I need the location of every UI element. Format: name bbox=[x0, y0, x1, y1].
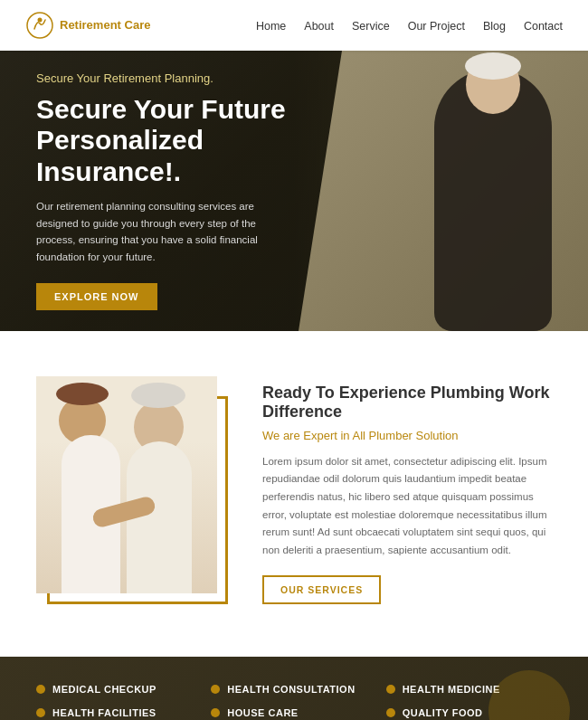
service-label: HEALTH MEDICINE bbox=[403, 684, 500, 695]
services-section: MEDICAL CHECKUP HEALTH CONSULTATION HEAL… bbox=[0, 657, 588, 720]
couple-figure bbox=[36, 376, 217, 593]
list-item[interactable]: HEALTH MEDICINE bbox=[386, 684, 552, 695]
svg-point-0 bbox=[27, 13, 52, 38]
navbar: Retirement Care Home About Service Our P… bbox=[0, 0, 588, 51]
hero-section: Secure Your Retirement Planning. Secure … bbox=[0, 51, 588, 331]
hero-subtitle: Secure Your Retirement Planning. bbox=[36, 71, 326, 85]
nav-contact[interactable]: Contact bbox=[524, 20, 563, 33]
service-icon bbox=[211, 685, 220, 694]
service-icon bbox=[211, 708, 220, 717]
service-icon bbox=[386, 685, 395, 694]
logo-text: Retirement Care bbox=[60, 18, 150, 33]
hero-content: Secure Your Retirement Planning. Secure … bbox=[0, 71, 362, 310]
service-icon bbox=[36, 685, 45, 694]
logo[interactable]: Retirement Care bbox=[25, 11, 150, 40]
about-photo bbox=[36, 376, 217, 593]
list-item[interactable]: QUALITY FOOD bbox=[386, 707, 552, 718]
svg-point-1 bbox=[38, 18, 43, 23]
about-image-wrap bbox=[36, 376, 235, 611]
list-item[interactable]: HEALTH CONSULTATION bbox=[211, 684, 376, 695]
service-label: HEALTH FACILITIES bbox=[52, 707, 156, 718]
service-label: HEALTH CONSULTATION bbox=[227, 684, 355, 695]
service-icon bbox=[36, 708, 45, 717]
nav-links: Home About Service Our Project Blog Cont… bbox=[256, 17, 563, 33]
services-button[interactable]: OUR SERVICES bbox=[262, 575, 381, 604]
list-item[interactable]: HOUSE CARE bbox=[211, 707, 376, 718]
about-text: Ready To Experience Plumbing Work Differ… bbox=[262, 384, 552, 604]
explore-button[interactable]: EXPLORE NOW bbox=[36, 283, 157, 310]
about-section: Ready To Experience Plumbing Work Differ… bbox=[0, 331, 588, 657]
nav-about[interactable]: About bbox=[304, 20, 334, 33]
service-label: HOUSE CARE bbox=[227, 707, 298, 718]
list-item[interactable]: MEDICAL CHECKUP bbox=[36, 684, 202, 695]
nav-home[interactable]: Home bbox=[256, 20, 286, 33]
service-icon bbox=[386, 708, 395, 717]
nav-service[interactable]: Service bbox=[352, 20, 390, 33]
hero-title: Secure Your Future Personalized Insuranc… bbox=[36, 94, 326, 188]
list-item[interactable]: HEALTH FACILITIES bbox=[36, 707, 202, 718]
about-title: Ready To Experience Plumbing Work Differ… bbox=[262, 384, 552, 422]
nav-project[interactable]: Our Project bbox=[408, 20, 465, 33]
about-subtitle: We are Expert in All Plumber Solution bbox=[262, 429, 552, 442]
about-description: Lorem ipsum dolor sit amet, consectetur … bbox=[262, 453, 552, 559]
logo-icon bbox=[25, 11, 54, 40]
nav-blog[interactable]: Blog bbox=[483, 20, 506, 33]
service-label: QUALITY FOOD bbox=[403, 707, 483, 718]
hero-description: Our retirement planning consulting servi… bbox=[36, 198, 289, 265]
services-grid: MEDICAL CHECKUP HEALTH CONSULTATION HEAL… bbox=[36, 684, 552, 718]
service-label: MEDICAL CHECKUP bbox=[52, 684, 156, 695]
